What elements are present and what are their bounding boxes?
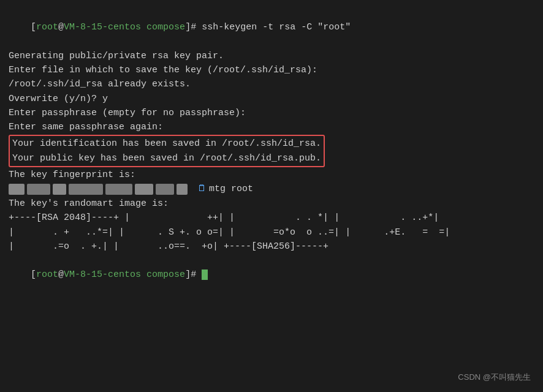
terminal-line-9: Your public key has been saved in /root/…: [12, 151, 321, 165]
prompt-bracket: [: [31, 22, 36, 32]
fp-block-7: [156, 184, 174, 195]
art-line-8: | .+E. = =|: [345, 227, 450, 238]
terminal-line-8: Your identification has been saved in /r…: [12, 137, 321, 151]
final-prompt-line: [root@VM-8-15-centos compose]#: [9, 254, 534, 296]
terminal-line-2: Generating public/private rsa key pair.: [9, 49, 534, 63]
terminal-line-7: Enter same passphrase again:: [9, 120, 534, 134]
terminal-line-5: Overwrite (y/n)? y: [9, 92, 534, 106]
fp-block-4: [69, 184, 103, 195]
art-line-9: | .=o . +.|: [9, 241, 108, 252]
prompt-host: VM-8-15-centos: [64, 22, 141, 32]
terminal-line-6: Enter passphrase (empty for no passphras…: [9, 106, 534, 120]
prompt-path: compose: [146, 22, 185, 32]
terminal-line-1: [root@VM-8-15-centos compose]# ssh-keyge…: [9, 6, 534, 49]
fp-folder-icon: 🗒: [197, 182, 207, 196]
terminal-line-4: /root/.ssh/id_rsa already exists.: [9, 77, 534, 91]
terminal-line-randomart: The key's randomart image is:: [9, 197, 534, 211]
watermark: CSDN @不叫猫先生: [458, 371, 531, 383]
fp-block-1: [9, 184, 25, 195]
art-line-2: | ++|: [124, 213, 224, 223]
fp-block-8: [177, 184, 188, 195]
fp-block-5: [105, 184, 132, 195]
fp-block-6: [135, 184, 153, 195]
prompt-user: root: [36, 22, 58, 32]
prompt-cmd: ssh-keygen -t rsa -C "root": [202, 22, 351, 32]
terminal-line-3: Enter file in which to save the key (/ro…: [9, 63, 534, 77]
art-line-4: | . ..+*|: [334, 213, 439, 223]
art-line-5: | . + ..*=|: [9, 227, 113, 238]
cursor: [202, 270, 208, 280]
terminal-line-10: The key fingerprint is:: [9, 168, 534, 182]
art-line-10: | ..o==. +o|: [113, 241, 218, 252]
fp-block-2: [27, 184, 50, 195]
art-line-6: | . S +. o o=|: [119, 227, 224, 238]
highlight-box: Your identification has been saved in /r…: [9, 135, 325, 167]
art-line-3: | . . *|: [229, 213, 328, 223]
art-line-1: +----[RSA 2048]----+: [9, 213, 119, 223]
art-line-7: | =o*o o ..=|: [229, 227, 340, 238]
fp-block-3: [53, 184, 66, 195]
fp-label: mtg root: [209, 182, 253, 196]
terminal-window: [root@VM-8-15-centos compose]# ssh-keyge…: [0, 0, 543, 392]
fingerprint-line: 🗒 mtg root: [9, 182, 534, 197]
art-line-11: +----[SHA256]-----+: [224, 241, 328, 252]
